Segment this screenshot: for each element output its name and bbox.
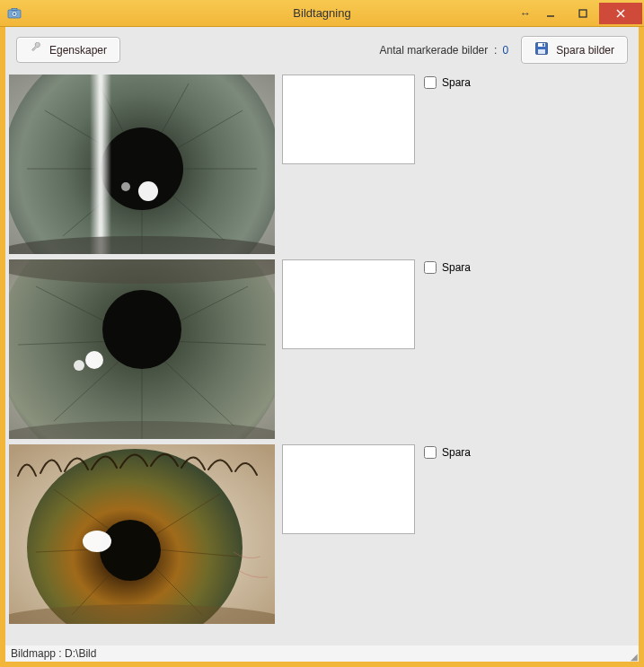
window-body: Egenskaper Antal markerade bilder : 0 Sp…	[0, 27, 644, 645]
folder-path: D:\Bild	[65, 647, 96, 660]
marked-count: 0	[503, 44, 509, 57]
folder-label: Bildmapp :	[11, 647, 62, 660]
disk-icon	[534, 41, 549, 58]
preview-box[interactable]	[282, 259, 415, 349]
preview-box[interactable]	[282, 444, 415, 534]
save-checkbox[interactable]	[424, 446, 437, 459]
svg-point-51	[83, 531, 111, 552]
svg-point-39	[74, 360, 84, 371]
svg-rect-24	[90, 75, 111, 254]
svg-rect-10	[538, 49, 545, 54]
titlebar: Bildtagning ↔	[0, 0, 644, 27]
minimize-button[interactable]	[534, 3, 567, 24]
image-thumbnail[interactable]	[9, 259, 275, 439]
svg-rect-11	[543, 44, 544, 47]
save-checkbox-label: Spara	[442, 446, 471, 459]
image-thumbnail[interactable]	[9, 444, 275, 624]
save-checkbox-label: Spara	[442, 261, 471, 274]
image-row: Spara	[5, 73, 639, 258]
save-checkbox-label: Spara	[442, 76, 471, 89]
svg-point-3	[13, 13, 16, 15]
marked-images-label: Antal markerade bilder : 0	[380, 44, 509, 57]
svg-point-50	[100, 520, 161, 581]
svg-point-25	[138, 181, 158, 201]
image-row: Spara	[5, 443, 639, 628]
svg-point-38	[85, 351, 103, 369]
image-list[interactable]: Spara	[5, 71, 639, 645]
save-checkbox-row[interactable]: Spara	[424, 261, 471, 274]
properties-button[interactable]: Egenskaper	[16, 37, 120, 63]
resize-horizontal-icon[interactable]: ↔	[516, 7, 534, 20]
preview-box[interactable]	[282, 75, 415, 164]
toolbar: Egenskaper Antal markerade bilder : 0 Sp…	[5, 27, 639, 71]
save-checkbox[interactable]	[424, 261, 437, 274]
camera-icon	[7, 6, 22, 21]
properties-label: Egenskaper	[49, 44, 107, 57]
statusbar: Bildmapp : D:\Bild ◢	[0, 645, 644, 667]
maximize-button[interactable]	[567, 3, 599, 24]
titlebar-controls: ↔	[516, 0, 644, 26]
image-thumbnail[interactable]	[9, 75, 275, 254]
image-row: Spara	[5, 258, 639, 443]
save-images-label: Spara bilder	[556, 44, 614, 57]
resize-grip[interactable]: ◢	[631, 652, 637, 662]
wrench-icon	[30, 42, 42, 57]
save-checkbox-row[interactable]: Spara	[424, 446, 471, 459]
svg-point-26	[121, 182, 130, 191]
window-title: Bildtagning	[293, 6, 350, 20]
svg-point-37	[102, 290, 181, 369]
save-checkbox[interactable]	[424, 76, 437, 89]
close-button[interactable]	[599, 3, 642, 24]
save-images-button[interactable]: Spara bilder	[521, 36, 628, 64]
save-checkbox-row[interactable]: Spara	[424, 76, 471, 89]
svg-rect-5	[579, 10, 587, 17]
svg-rect-1	[12, 8, 17, 10]
